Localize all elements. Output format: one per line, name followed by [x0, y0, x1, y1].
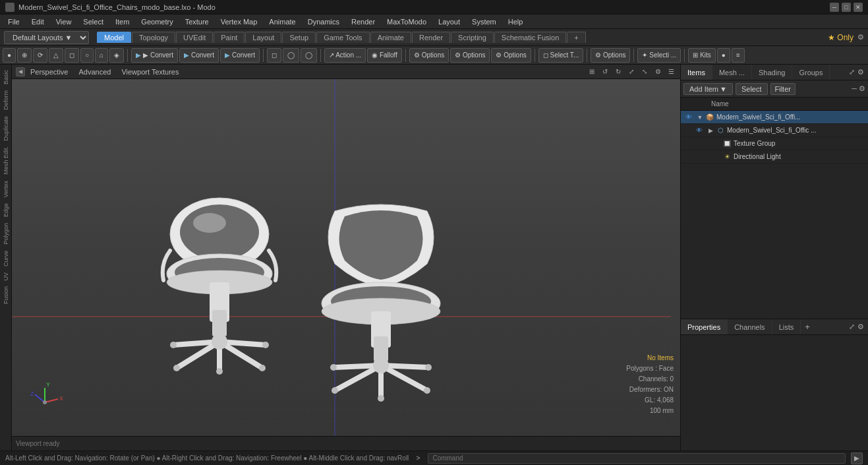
menu-maxtomodo[interactable]: MaxToModo: [382, 16, 432, 27]
tool-mode-6[interactable]: ○: [80, 48, 94, 63]
minimize-button[interactable]: ─: [830, 3, 839, 12]
menu-view[interactable]: View: [51, 16, 77, 27]
items-collapse-icon[interactable]: ─: [852, 84, 857, 93]
tab-model[interactable]: Model: [97, 32, 131, 43]
sidebar-item-meshedit[interactable]: Mesh Edit.: [1, 144, 11, 177]
settings-icon[interactable]: ⚙: [857, 33, 864, 42]
tool-shape-1[interactable]: ◻: [267, 48, 281, 63]
kits-button[interactable]: ⊞ Kits: [688, 48, 715, 63]
prop-tab-add[interactable]: +: [801, 321, 814, 333]
panel-settings-icon[interactable]: ⚙: [857, 68, 864, 77]
layout-dropdown[interactable]: Default Layouts ▼: [4, 31, 89, 44]
convert-button-2[interactable]: ▶ Convert: [179, 48, 219, 63]
eye-icon-root[interactable]: 👁: [683, 112, 694, 123]
tab-animate[interactable]: Animate: [370, 32, 411, 43]
vp-icon-shrink[interactable]: ⤡: [639, 67, 650, 77]
tool-mode-5[interactable]: ◻: [65, 48, 79, 63]
sidebar-item-edge[interactable]: Edge: [1, 201, 11, 220]
convert-button-3[interactable]: ▶ Convert: [220, 48, 260, 63]
tab-topology[interactable]: Topology: [132, 32, 175, 43]
vp-icon-menu[interactable]: ☰: [666, 67, 676, 77]
tab-shading[interactable]: Shading: [752, 65, 792, 80]
action-button[interactable]: ↗ Action ...: [324, 48, 366, 63]
filter-button[interactable]: Filter: [770, 83, 796, 95]
tool-mode-7[interactable]: ⌂: [95, 48, 108, 63]
tab-mesh[interactable]: Mesh ...: [712, 65, 752, 80]
menu-edit[interactable]: Edit: [26, 16, 49, 27]
tool-mode-2[interactable]: ⊕: [17, 48, 32, 63]
tab-layout[interactable]: Layout: [245, 32, 281, 43]
prop-tab-properties[interactable]: Properties: [681, 319, 728, 334]
sidebar-item-polygon[interactable]: Polygon: [1, 220, 11, 247]
command-input[interactable]: [428, 453, 846, 464]
add-item-button[interactable]: Add Item ▼: [683, 83, 733, 95]
vp-icon-settings[interactable]: ⚙: [652, 67, 663, 77]
command-run-button[interactable]: ▶: [851, 452, 863, 464]
options-button-3[interactable]: ⚙ Options: [491, 48, 531, 63]
menu-vertexmap[interactable]: Vertex Map: [216, 16, 263, 27]
expand-icon-root[interactable]: ▼: [696, 113, 704, 121]
menu-render[interactable]: Render: [346, 16, 380, 27]
prop-settings-icon[interactable]: ⚙: [857, 323, 864, 331]
eye-icon-mesh[interactable]: 👁: [694, 125, 705, 136]
select-type-button[interactable]: ◻ Select T...: [538, 48, 584, 63]
vp-icon-undo[interactable]: ↺: [600, 67, 610, 77]
menu-item[interactable]: Item: [110, 16, 134, 27]
menu-layout[interactable]: Layout: [433, 16, 465, 27]
selecti-button[interactable]: ✦ Selecti ...: [637, 48, 681, 63]
tool-mode-1[interactable]: ●: [3, 48, 16, 63]
menu-dynamics[interactable]: Dynamics: [303, 16, 345, 27]
close-button[interactable]: ✕: [854, 3, 863, 12]
options-button-2[interactable]: ⚙ Options: [450, 48, 490, 63]
tab-uvedit[interactable]: UVEdit: [176, 32, 213, 43]
menu-geometry[interactable]: Geometry: [136, 16, 178, 27]
prop-tab-lists[interactable]: Lists: [772, 319, 801, 334]
tab-groups[interactable]: Groups: [792, 65, 830, 80]
tool-mode-3[interactable]: ⟳: [33, 48, 47, 63]
sidebar-item-uv[interactable]: UV: [1, 270, 11, 284]
items-settings-icon[interactable]: ⚙: [859, 84, 865, 93]
tool-shape-2[interactable]: ◯: [283, 48, 299, 63]
scene-canvas[interactable]: X Y Z No Items Polygons : Face Channels:…: [12, 79, 680, 436]
viewport-collapse[interactable]: ◀: [16, 67, 25, 77]
star-only-label[interactable]: ★ Only: [828, 33, 854, 42]
tab-render[interactable]: Render: [412, 32, 450, 43]
vp-icon-grid[interactable]: ⊞: [587, 67, 597, 77]
tab-items[interactable]: Items: [681, 65, 712, 80]
menu-select[interactable]: Select: [78, 16, 109, 27]
vp-icon-expand[interactable]: ⤢: [626, 67, 637, 77]
select-button[interactable]: Select: [736, 83, 768, 95]
expand-icon[interactable]: >: [417, 454, 420, 462]
sidebar-item-fusion[interactable]: Fusion: [1, 284, 11, 307]
prop-expand-icon[interactable]: ⤢: [849, 323, 855, 331]
menu-file[interactable]: File: [3, 16, 25, 27]
menu-animate[interactable]: Animate: [264, 16, 301, 27]
tab-add[interactable]: +: [567, 32, 585, 43]
tool-menu[interactable]: ≡: [732, 48, 745, 63]
list-item-light[interactable]: ☀ Directional Light: [681, 150, 868, 164]
tool-shape-3[interactable]: ◯: [301, 48, 317, 63]
options-button-1[interactable]: ⚙ Options: [409, 48, 449, 63]
sidebar-item-deform[interactable]: Deform: [1, 88, 11, 113]
options-button-4[interactable]: ⚙ Options: [591, 48, 630, 63]
panel-expand-icon[interactable]: ⤢: [849, 68, 855, 77]
maximize-button[interactable]: □: [842, 3, 851, 12]
tool-mode-8[interactable]: ◈: [109, 48, 124, 63]
expand-icon-mesh[interactable]: ▶: [707, 127, 714, 135]
vp-icon-redo[interactable]: ↻: [613, 67, 623, 77]
prop-tab-channels[interactable]: Channels: [728, 319, 772, 334]
tab-gametools[interactable]: Game Tools: [316, 32, 370, 43]
list-item-root[interactable]: 👁 ▼ 📦 Modern_Swivel_Sci_fi_Offi...: [681, 111, 868, 124]
tool-mode-4[interactable]: △: [49, 48, 63, 63]
convert-button-1[interactable]: ▶ ▶ Convert: [131, 48, 178, 63]
list-item-mesh[interactable]: 👁 ▶ ⬡ Modern_Swivel_Sci_fi_Offic ...: [681, 124, 868, 137]
sidebar-item-basic[interactable]: Basic: [1, 67, 11, 87]
list-item-texture[interactable]: 🔲 Texture Group: [681, 137, 868, 150]
tab-scripting[interactable]: Scripting: [451, 32, 494, 43]
tool-circle[interactable]: ●: [717, 48, 730, 63]
tab-setup[interactable]: Setup: [282, 32, 316, 43]
sidebar-item-vertex[interactable]: Vertex: [1, 178, 11, 201]
menu-system[interactable]: System: [467, 16, 502, 27]
falloff-button[interactable]: ◉ Falloff: [367, 48, 402, 63]
sidebar-item-curve[interactable]: Curve: [1, 248, 11, 269]
